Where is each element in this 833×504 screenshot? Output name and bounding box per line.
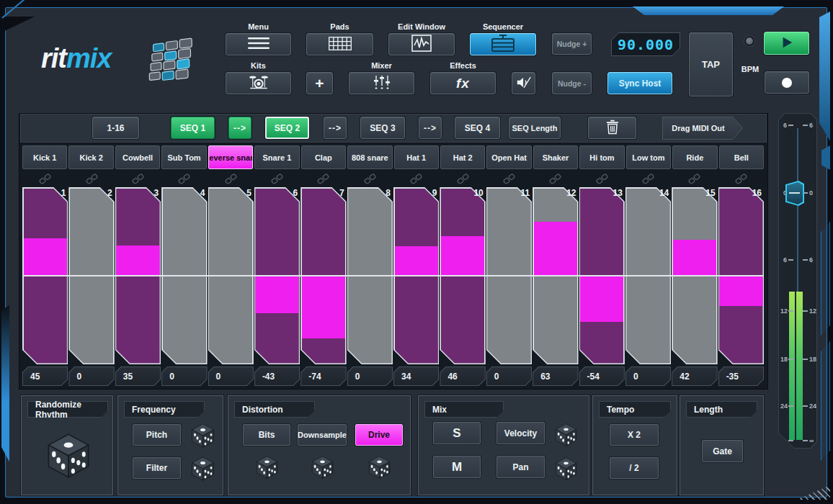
track-button[interactable]: Open Hat bbox=[486, 145, 531, 169]
effects-button[interactable]: fx bbox=[430, 72, 496, 94]
edit-window-button[interactable] bbox=[388, 33, 455, 55]
mute-button[interactable]: M bbox=[433, 456, 481, 478]
link-step-icon[interactable] bbox=[347, 171, 393, 186]
step-value-box[interactable]: 0 bbox=[161, 366, 207, 386]
kits-button[interactable] bbox=[226, 72, 291, 94]
velocity-dice-icon[interactable] bbox=[553, 422, 579, 448]
randomize-rhythm-panel: Randomize Rhythm bbox=[21, 395, 113, 495]
velocity-button[interactable]: Velocity bbox=[496, 422, 545, 444]
link-step-icon[interactable] bbox=[254, 171, 300, 186]
randomize-rhythm-dice-icon[interactable] bbox=[44, 431, 93, 481]
track-button[interactable]: Shaker bbox=[533, 145, 578, 169]
tempo-double-button[interactable]: X 2 bbox=[610, 424, 659, 446]
step-range-button[interactable]: 1-16 bbox=[92, 117, 139, 139]
add-button[interactable]: + bbox=[306, 72, 333, 94]
link-step-icon[interactable] bbox=[393, 171, 439, 186]
step-value-box[interactable]: -74 bbox=[300, 366, 346, 386]
link-step-icon[interactable] bbox=[22, 171, 68, 186]
pads-button[interactable] bbox=[306, 33, 373, 55]
link-step-icon[interactable] bbox=[486, 171, 532, 186]
filter-button[interactable]: Filter bbox=[133, 457, 181, 479]
tap-button[interactable]: TAP bbox=[689, 32, 733, 96]
step-value-box[interactable]: 0 bbox=[208, 366, 254, 386]
seq-2-button[interactable]: SEQ 2 bbox=[265, 117, 309, 139]
track-button[interactable]: Kick 1 bbox=[22, 145, 67, 169]
step-value-box[interactable]: 0 bbox=[347, 366, 393, 386]
track-button[interactable]: Cowbell bbox=[115, 145, 160, 169]
solo-button[interactable]: S bbox=[433, 422, 481, 444]
play-button[interactable] bbox=[764, 32, 809, 55]
nudge-plus-button[interactable]: Nudge + bbox=[552, 33, 592, 55]
pan-button[interactable]: Pan bbox=[496, 456, 545, 478]
link-step-icon[interactable] bbox=[68, 171, 114, 186]
pitch-button[interactable]: Pitch bbox=[133, 424, 181, 446]
seq-chain-arrow-1[interactable]: --> bbox=[228, 117, 251, 139]
seq-3-button[interactable]: SEQ 3 bbox=[360, 117, 405, 139]
step-value-box[interactable]: -54 bbox=[579, 366, 625, 386]
track-button[interactable]: 808 snare bbox=[347, 145, 392, 169]
volume-fader-handle[interactable] bbox=[785, 181, 804, 206]
step-value-box[interactable]: 34 bbox=[393, 366, 439, 386]
link-step-icon[interactable] bbox=[579, 171, 625, 186]
step-value-box[interactable]: 0 bbox=[68, 366, 114, 386]
track-button[interactable]: Reverse snare bbox=[208, 145, 253, 169]
seq-chain-arrow-2[interactable]: --> bbox=[324, 117, 347, 139]
link-step-icon[interactable] bbox=[208, 171, 254, 186]
step-value-box[interactable]: 45 bbox=[22, 366, 68, 386]
link-step-icon[interactable] bbox=[625, 171, 671, 186]
link-step-icon[interactable] bbox=[533, 171, 578, 186]
filter-dice-icon[interactable] bbox=[190, 455, 216, 482]
link-step-icon[interactable] bbox=[440, 171, 485, 186]
bits-button[interactable]: Bits bbox=[243, 424, 290, 446]
track-button[interactable]: Snare 1 bbox=[254, 145, 299, 169]
drive-dice-icon[interactable] bbox=[367, 454, 392, 480]
bpm-display[interactable]: 90.000 bbox=[611, 32, 680, 56]
track-button[interactable]: Hi tom bbox=[579, 145, 624, 169]
step-value-box[interactable]: 42 bbox=[672, 366, 717, 386]
step-value-box[interactable]: 63 bbox=[533, 366, 578, 386]
right-outline-decoration bbox=[821, 341, 830, 461]
link-step-icon[interactable] bbox=[115, 171, 161, 186]
step-value-row: 4503500-43-7403446063-54042-35 bbox=[22, 366, 764, 386]
record-button[interactable] bbox=[765, 71, 809, 94]
drag-midi-out-button[interactable]: Drag MIDI Out bbox=[662, 117, 743, 140]
track-button[interactable]: Ride bbox=[672, 145, 717, 169]
track-button[interactable]: Clap bbox=[301, 145, 346, 169]
tempo-half-button[interactable]: / 2 bbox=[610, 457, 659, 479]
track-row: Kick 1Kick 2CowbellSub TomReverse snareS… bbox=[22, 145, 764, 169]
link-step-icon[interactable] bbox=[300, 171, 346, 186]
link-step-icon[interactable] bbox=[161, 171, 207, 186]
seq-chain-arrow-3[interactable]: --> bbox=[419, 117, 442, 139]
drive-button[interactable]: Drive bbox=[355, 424, 403, 446]
menu-button[interactable] bbox=[226, 33, 291, 55]
seq-length-button[interactable]: SEQ Length bbox=[509, 117, 561, 139]
seq-1-button[interactable]: SEQ 1 bbox=[171, 117, 215, 139]
sync-host-button[interactable]: Sync Host bbox=[607, 72, 672, 94]
downsample-button[interactable]: Downsample bbox=[298, 424, 347, 446]
bits-dice-icon[interactable] bbox=[254, 454, 280, 480]
pitch-dice-icon[interactable] bbox=[190, 422, 216, 449]
step-value-box[interactable]: -35 bbox=[718, 366, 764, 386]
link-step-icon[interactable] bbox=[672, 171, 717, 186]
sequencer-button[interactable] bbox=[470, 33, 536, 55]
nudge-minus-button[interactable]: Nudge - bbox=[552, 72, 592, 94]
step-value-box[interactable]: 0 bbox=[486, 366, 532, 386]
mute-master-button[interactable] bbox=[512, 72, 535, 94]
clear-sequence-button[interactable] bbox=[588, 117, 636, 139]
track-button[interactable]: Sub Tom bbox=[161, 145, 206, 169]
mixer-button[interactable] bbox=[349, 72, 414, 94]
track-button[interactable]: Bell bbox=[719, 145, 764, 169]
downsample-dice-icon[interactable] bbox=[310, 454, 335, 480]
gate-button[interactable]: Gate bbox=[702, 440, 743, 462]
pan-dice-icon[interactable] bbox=[553, 456, 579, 482]
link-step-icon[interactable] bbox=[718, 171, 764, 186]
step-value-box[interactable]: 46 bbox=[440, 366, 485, 386]
step-value-box[interactable]: 0 bbox=[625, 366, 671, 386]
step-value-box[interactable]: -43 bbox=[254, 366, 300, 386]
track-button[interactable]: Hat 1 bbox=[394, 145, 439, 169]
track-button[interactable]: Low tom bbox=[626, 145, 671, 169]
track-button[interactable]: Kick 2 bbox=[68, 145, 113, 169]
track-button[interactable]: Hat 2 bbox=[440, 145, 485, 169]
step-value-box[interactable]: 35 bbox=[115, 366, 161, 386]
seq-4-button[interactable]: SEQ 4 bbox=[455, 117, 500, 139]
